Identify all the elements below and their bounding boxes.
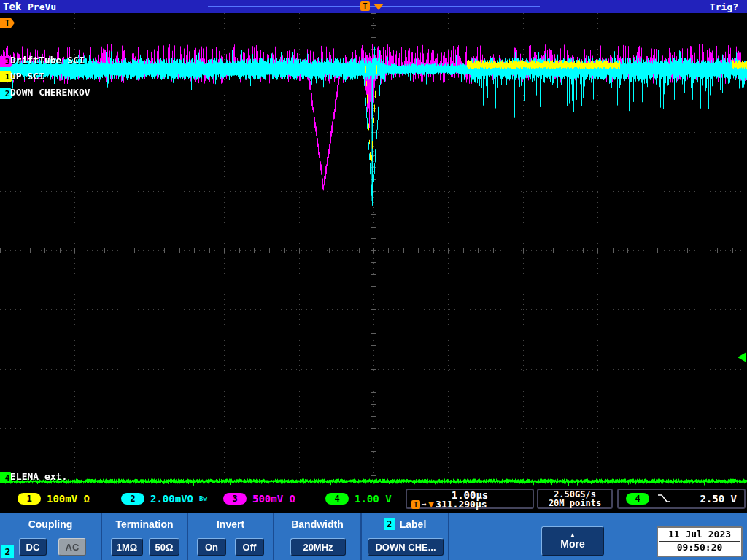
- invert-title: Invert: [188, 518, 273, 530]
- record-length: 20M points: [538, 499, 611, 508]
- channel-3-badge: 3: [223, 493, 247, 505]
- acquisition-readout: 2.50GS/s 20M points: [537, 489, 613, 509]
- coupling-ac-button[interactable]: AC: [58, 538, 86, 556]
- acquisition-mode: PreVu: [28, 1, 56, 12]
- bandwidth-limit-icon: Bw: [199, 495, 207, 502]
- channel-1-badge: 1: [18, 493, 41, 505]
- corner-channel-badge: 2: [1, 545, 14, 558]
- soft-menu-bar: Coupling DC AC Termination 1MΩ 50Ω Inver…: [0, 513, 747, 560]
- termination-group: Termination 1MΩ 50Ω: [101, 513, 187, 560]
- bandwidth-title: Bandwidth: [274, 518, 360, 530]
- date-text: 11 Jul 2023: [658, 528, 741, 541]
- trace-label: DOWN CHERENKOV: [10, 87, 90, 98]
- trigger-t-icon[interactable]: T: [360, 1, 370, 11]
- channel-3-scale: 500mV Ω: [252, 493, 295, 505]
- readout-bar: 1100mV Ω22.00mVΩBw3500mV Ω41.00 V 1.00µs…: [0, 487, 747, 513]
- channel-2-badge: 2: [121, 493, 144, 505]
- trigger-readout[interactable]: 4 2.50 V: [617, 489, 746, 509]
- bandwidth-group: Bandwidth 20MHz: [273, 513, 360, 560]
- delay-value: 311.290µs: [436, 500, 487, 509]
- invert-on-button[interactable]: On: [197, 538, 226, 556]
- bandwidth-value-button[interactable]: 20MHz: [290, 538, 346, 556]
- termination-50-button[interactable]: 50Ω: [149, 538, 179, 556]
- termination-title: Termination: [102, 518, 187, 530]
- time-text: 09:50:20: [659, 541, 740, 553]
- trace-label: DriftTube SCI: [10, 55, 85, 66]
- channel-4-badge: 4: [325, 493, 349, 505]
- delay-marker-icon: ▼: [428, 500, 434, 509]
- label-title: 2 Label: [362, 518, 448, 530]
- invert-off-button[interactable]: Off: [235, 538, 264, 556]
- delay-arrow-icon: →: [422, 500, 427, 509]
- invert-group: Invert On Off: [187, 513, 273, 560]
- trigger-source-badge: 4: [626, 493, 649, 505]
- oscilloscope-screen: Tek PreVu Trig? T T3124 DriftTube SCIUP …: [0, 0, 747, 560]
- more-label: More: [560, 538, 584, 550]
- more-arrow-icon: ▲: [571, 532, 575, 538]
- channel-4-readout[interactable]: 41.00 V: [325, 493, 392, 505]
- channel-4-scale: 1.00 V: [355, 493, 392, 505]
- trace-label: ELENA ext.: [10, 471, 67, 482]
- brand-logo: Tek: [3, 1, 21, 12]
- delay-t-icon: T: [411, 500, 420, 509]
- label-value-button[interactable]: DOWN CHE...: [368, 538, 444, 556]
- channel-1-readout[interactable]: 1100mV Ω: [18, 493, 90, 505]
- coupling-group: Coupling DC AC: [0, 513, 101, 560]
- timebase-readout[interactable]: 1.00µs T → ▼ 311.290µs: [406, 489, 534, 509]
- coupling-title: Coupling: [0, 518, 101, 530]
- trigger-status: Trig?: [710, 1, 738, 12]
- channel-1-scale: 100mV Ω: [47, 493, 90, 505]
- channel-2-readout[interactable]: 22.00mVΩBw: [121, 493, 207, 505]
- label-channel-badge: 2: [384, 518, 395, 530]
- label-title-text: Label: [400, 518, 427, 530]
- top-status-bar: Tek PreVu Trig? T: [0, 0, 747, 13]
- trigger-level: 2.50 V: [700, 493, 737, 505]
- channel-3-readout[interactable]: 3500mV Ω: [223, 493, 295, 505]
- termination-1m-button[interactable]: 1MΩ: [111, 538, 143, 556]
- delay-readout: T → ▼ 311.290µs: [407, 500, 533, 509]
- trigger-position-icon[interactable]: [374, 4, 384, 10]
- waveform-display: [0, 13, 747, 487]
- coupling-dc-button[interactable]: DC: [19, 538, 47, 556]
- trace-label: UP SCI: [10, 71, 44, 82]
- more-button[interactable]: ▲ More: [541, 526, 604, 556]
- trigger-slope-icon: [657, 493, 671, 505]
- label-group: 2 Label DOWN CHE...: [360, 513, 448, 560]
- channel-2-scale: 2.00mVΩ: [150, 493, 193, 505]
- datetime-display: 11 Jul 2023 09:50:20: [657, 526, 743, 557]
